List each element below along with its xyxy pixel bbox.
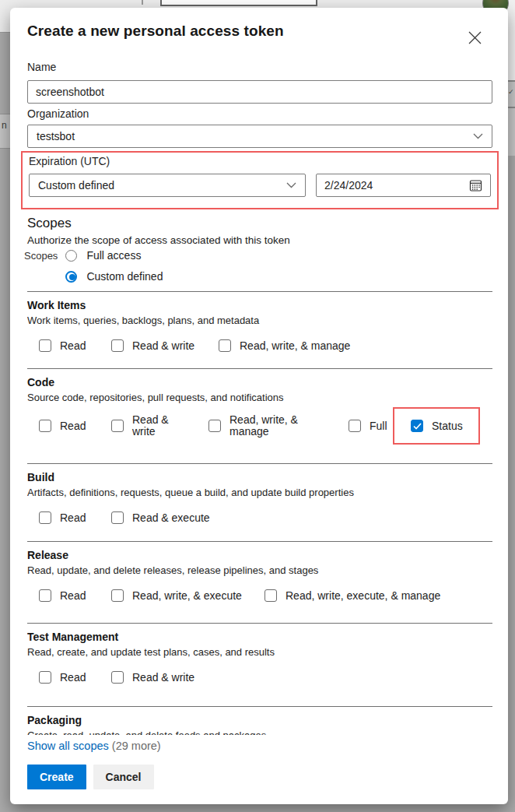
scopes-group-label: Scopes [24, 250, 58, 283]
scope-section-description: Artifacts, definitions, requests, queue … [27, 487, 492, 498]
scope-section-code: CodeSource code, repositories, pull requ… [27, 368, 492, 463]
scope-option-release-read[interactable]: Read [39, 589, 111, 602]
more-scopes-count: (29 more) [112, 740, 161, 752]
scope-section-title: Packaging [27, 714, 492, 726]
checkbox[interactable] [265, 589, 277, 602]
organization-select[interactable]: testsbot [27, 125, 492, 148]
calendar-icon[interactable] [469, 179, 482, 192]
scope-option-build-read[interactable]: Read [39, 511, 111, 524]
checkbox-checked-icon[interactable] [411, 420, 423, 432]
scope-option-code-read-write-manage[interactable]: Read, write, & manage [208, 414, 349, 438]
scope-section-title: Test Management [27, 631, 492, 643]
scope-option-code-full[interactable]: Full [349, 420, 393, 432]
scope-section-description: Create, read, update, and delete feeds a… [27, 729, 492, 735]
radio-custom-defined[interactable]: Custom defined [65, 270, 163, 283]
scope-section-description: Work items, queries, backlogs, plans, an… [27, 315, 492, 326]
scope-section-description: Read, create, and update test plans, cas… [27, 646, 492, 658]
checkbox[interactable] [111, 511, 124, 524]
organization-label: Organization [27, 107, 492, 120]
chevron-down-icon [473, 133, 483, 139]
scope-option-label: Read & write [132, 414, 177, 438]
scope-section-title: Code [27, 376, 492, 388]
checkbox[interactable] [39, 511, 51, 524]
scope-section-release: ReleaseRead, update, and delete releases… [27, 541, 492, 623]
scope-option-release-read-write-execute[interactable]: Read, write, & execute [111, 589, 265, 602]
create-pat-dialog: Create a new personal access token Name … [10, 8, 508, 804]
scope-option-label: Read [60, 590, 86, 602]
close-button[interactable] [464, 27, 485, 47]
dialog-title: Create a new personal access token [27, 22, 492, 40]
scope-option-label: Read, write, & manage [240, 340, 350, 352]
background-search-box-fragment [160, 0, 317, 6]
scope-sections-list: Work ItemsWork items, queries, backlogs,… [27, 291, 492, 735]
checkbox[interactable] [39, 671, 51, 684]
expiration-date-value: 2/24/2024 [324, 179, 373, 192]
scope-option-label: Read [60, 512, 86, 524]
scope-section-test-management: Test ManagementRead, create, and update … [27, 623, 492, 706]
expiration-label: Expiration (UTC) [29, 155, 491, 167]
cancel-button[interactable]: Cancel [93, 765, 154, 789]
checkbox[interactable] [111, 671, 124, 684]
create-button[interactable]: Create [27, 765, 86, 789]
chevron-down-icon [286, 182, 296, 188]
scope-option-label: Read & write [132, 672, 194, 684]
checkbox[interactable] [111, 589, 124, 602]
scope-option-label: Read & write [132, 340, 194, 352]
name-label: Name [27, 61, 492, 73]
scope-section-build: BuildArtifacts, definitions, requests, q… [27, 463, 492, 541]
scope-section-title: Release [27, 549, 492, 561]
scope-section-work-items: Work ItemsWork items, queries, backlogs,… [27, 291, 492, 368]
scope-section-packaging: PackagingCreate, read, update, and delet… [27, 706, 492, 735]
scope-option-code-read[interactable]: Read [39, 420, 111, 432]
close-icon [468, 30, 482, 45]
scopes-heading: Scopes [27, 216, 492, 231]
scope-section-title: Build [27, 471, 492, 483]
checkbox[interactable] [208, 420, 221, 432]
expiration-date-input[interactable]: 2/24/2024 [316, 174, 491, 197]
scopes-description: Authorize the scope of access associated… [27, 234, 492, 246]
scope-option-label: Read, write, execute, & manage [286, 590, 440, 602]
scope-option-release-read-write-execute-manage[interactable]: Read, write, execute, & manage [265, 589, 440, 602]
expiration-preset-select[interactable]: Custom defined [29, 174, 306, 197]
background-divider-fragment [142, 0, 143, 5]
checkmark-icon: ✓ [508, 88, 514, 96]
scope-section-description: Read, update, and delete releases, relea… [27, 564, 492, 576]
scope-option-label: Status [432, 420, 463, 432]
name-field[interactable] [27, 80, 492, 104]
scope-option-code-read-write[interactable]: Read & write [111, 414, 208, 438]
scope-option-label: Read [60, 672, 86, 684]
checkbox[interactable] [219, 339, 231, 352]
background-menu-fragment: ✓ [508, 80, 515, 156]
checkbox[interactable] [39, 589, 51, 602]
radio-selected-icon[interactable] [65, 271, 77, 283]
annotation-expiration-highlight: Expiration (UTC) Custom defined 2/24/202… [21, 151, 499, 209]
scope-option-label: Read & execute [132, 512, 210, 524]
checkbox[interactable] [111, 339, 124, 352]
checkbox[interactable] [111, 420, 124, 432]
scope-option-work-items-read-write[interactable]: Read & write [111, 339, 219, 352]
radio-full-access[interactable]: Full access [65, 249, 163, 262]
radio-icon[interactable] [65, 250, 77, 262]
background-divider [0, 32, 10, 33]
scope-option-test-management-read-write[interactable]: Read & write [111, 671, 194, 684]
scope-option-test-management-read[interactable]: Read [39, 671, 111, 684]
scope-section-description: Source code, repositories, pull requests… [27, 392, 492, 403]
scope-option-label: Read, write, & manage [229, 414, 307, 438]
scope-option-work-items-read-write-manage[interactable]: Read, write, & manage [219, 339, 350, 352]
scope-section-title: Work Items [27, 299, 492, 311]
scope-option-label: Full [370, 420, 387, 432]
radio-label: Custom defined [86, 270, 163, 283]
annotation-status-highlight: Status [393, 407, 480, 445]
background-menu-divider [508, 107, 515, 108]
checkbox[interactable] [39, 339, 51, 352]
show-all-scopes-link[interactable]: Show all scopes [27, 740, 109, 752]
organization-value: testsbot [37, 130, 75, 142]
scope-option-work-items-read[interactable]: Read [39, 339, 111, 352]
checkbox[interactable] [349, 420, 361, 432]
scope-option-label: Read [60, 420, 86, 432]
scope-option-code-status[interactable]: Status [411, 420, 463, 432]
scope-option-build-read-execute[interactable]: Read & execute [111, 511, 210, 524]
checkbox[interactable] [39, 420, 51, 432]
checkmark-icon [413, 423, 422, 430]
scope-option-label: Read, write, & execute [132, 590, 242, 602]
